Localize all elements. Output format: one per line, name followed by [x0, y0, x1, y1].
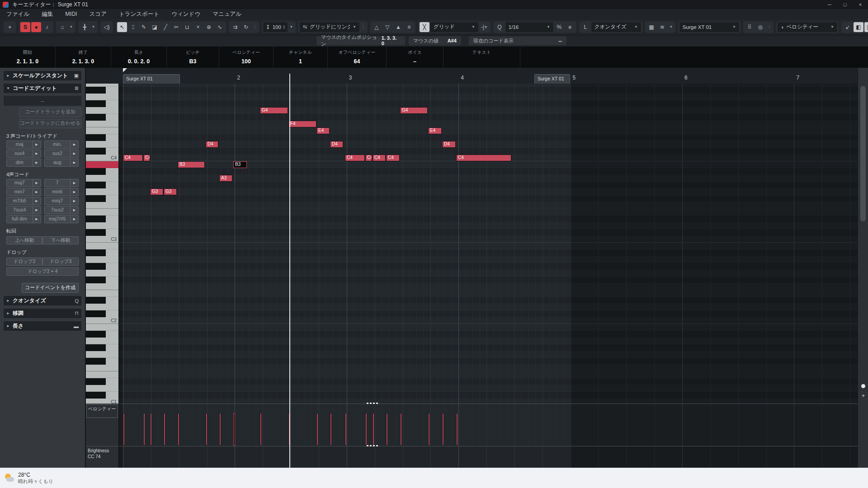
- velocity-bar[interactable]: [365, 413, 367, 446]
- midi-note[interactable]: A3: [219, 175, 232, 182]
- velocity-bar[interactable]: [316, 413, 318, 446]
- piano-key[interactable]: C1: [86, 399, 118, 404]
- midi-input-icon[interactable]: ◎: [755, 22, 765, 32]
- piano-key[interactable]: [86, 87, 118, 94]
- piano-key[interactable]: [86, 256, 118, 263]
- midi-note[interactable]: C4: [365, 155, 372, 161]
- chord-arrow-icon[interactable]: ▶: [33, 216, 41, 223]
- chord-button-minj7[interactable]: minj7▶: [44, 197, 79, 205]
- independent-loop-dropdown[interactable]: ▼: [90, 22, 96, 32]
- chord-arrow-icon[interactable]: ▶: [70, 216, 78, 223]
- cc-lane[interactable]: [119, 446, 858, 468]
- velocity-bar[interactable]: [442, 413, 444, 446]
- piano-key[interactable]: [86, 283, 118, 290]
- midi-note[interactable]: B3: [178, 161, 205, 168]
- velocity-bar[interactable]: [330, 413, 332, 446]
- piano-key[interactable]: [86, 121, 118, 127]
- piano-key[interactable]: [86, 243, 118, 249]
- piano-key[interactable]: [86, 277, 118, 283]
- menu-item-ウィンドウ[interactable]: ウィンドウ: [171, 10, 200, 18]
- piano-key[interactable]: C4: [86, 155, 118, 161]
- menu-item-トランスポート[interactable]: トランスポート: [119, 10, 159, 18]
- chord-button-7sus2[interactable]: 7sus2▶: [44, 206, 79, 214]
- piano-key[interactable]: [86, 263, 118, 270]
- inversion-button-下へ移動[interactable]: 下へ移動: [42, 236, 79, 244]
- piano-key[interactable]: [86, 310, 118, 317]
- piano-key[interactable]: [86, 351, 118, 358]
- midi-note[interactable]: D4: [330, 141, 343, 148]
- chord-arrow-icon[interactable]: ▶: [70, 206, 78, 214]
- chord-button-7[interactable]: 7▶: [44, 179, 79, 187]
- velocity-bar[interactable]: [164, 413, 165, 446]
- draw-tool-button[interactable]: ✎: [139, 22, 149, 32]
- zoom-tool-button[interactable]: ⊕: [204, 22, 214, 32]
- range-tool-button[interactable]: ⌶: [128, 22, 138, 32]
- chord-button-sus2[interactable]: sus2▶: [44, 150, 79, 158]
- create-chord-event-button[interactable]: コードイベントを作成: [22, 283, 79, 293]
- timeline-ruler[interactable]: 234567Surge XT 01Surge XT 01: [119, 68, 858, 84]
- scrollbar-thumb[interactable]: [860, 86, 866, 221]
- info-cell-オフベロシティー[interactable]: オフベロシティー64: [328, 47, 387, 68]
- nudge-settings-icon[interactable]: ≡: [404, 22, 414, 32]
- chord-arrow-icon[interactable]: ▶: [33, 206, 41, 214]
- grid-type-dropdown[interactable]: グリッド▼: [430, 22, 478, 32]
- midi-note[interactable]: D4: [206, 141, 218, 148]
- info-cell-終了[interactable]: 終了2. 1. 3. 0: [56, 47, 111, 68]
- info-cell-ピッチ[interactable]: ピッチB3: [167, 47, 219, 68]
- piano-key[interactable]: [86, 182, 118, 188]
- menu-item-マニュアル[interactable]: マニュアル: [212, 10, 241, 18]
- piano-key[interactable]: [86, 141, 118, 148]
- chord-arrow-icon[interactable]: ▶: [70, 159, 78, 166]
- quantize-mode-dropdown[interactable]: クオンタイズ▼: [591, 22, 641, 32]
- note-expression-icon[interactable]: ▦: [646, 22, 656, 32]
- piano-key[interactable]: [86, 94, 118, 100]
- piano-key[interactable]: [86, 175, 118, 182]
- menu-item-スコア[interactable]: スコア: [90, 10, 107, 18]
- open-lower-zone-icon[interactable]: ↙: [843, 22, 853, 32]
- midi-note[interactable]: G4: [260, 107, 288, 114]
- inversion-button-上へ移動[interactable]: 上へ移動: [6, 236, 42, 244]
- active-part-dropdown[interactable]: Surge XT 01▼: [679, 22, 739, 32]
- chord-arrow-icon[interactable]: ▶: [70, 150, 78, 157]
- chord-button-aug[interactable]: aug▶: [44, 159, 79, 167]
- piano-key[interactable]: [86, 188, 118, 195]
- velocity-bar[interactable]: [456, 413, 458, 446]
- piano-key[interactable]: [86, 385, 118, 392]
- piano-key[interactable]: [86, 392, 118, 399]
- piano-key[interactable]: [86, 365, 118, 371]
- velocity-bar[interactable]: [428, 413, 430, 446]
- grid-more-icon[interactable]: ⋮: [360, 22, 366, 32]
- piano-key[interactable]: [86, 338, 118, 344]
- midi-note[interactable]: C4: [123, 155, 143, 161]
- info-cell-ベロシティー[interactable]: ベロシティー100: [219, 47, 274, 68]
- piano-key[interactable]: [86, 358, 118, 365]
- midi-note[interactable]: G3: [164, 188, 177, 195]
- spin-down-icon[interactable]: ▾: [283, 27, 285, 29]
- length-quantize-dropdown[interactable]: ▼: [288, 22, 294, 32]
- step-input-icon[interactable]: ⠿: [745, 22, 755, 32]
- piano-key[interactable]: [86, 331, 118, 338]
- autoscroll-more-icon[interactable]: ⋮: [252, 22, 258, 32]
- midi-note[interactable]: C4: [456, 155, 511, 161]
- pin-editor-icon[interactable]: ⌖: [5, 22, 15, 32]
- lane-resize-handle[interactable]: [367, 403, 379, 404]
- chord-arrow-icon[interactable]: ▶: [70, 141, 78, 148]
- solo-editor-button[interactable]: S: [20, 22, 30, 32]
- minimize-button[interactable]: ─: [822, 0, 837, 9]
- piano-key[interactable]: [86, 371, 118, 378]
- piano-key[interactable]: [86, 324, 118, 331]
- midi-note[interactable]: F4: [288, 121, 316, 127]
- piano-key[interactable]: [86, 216, 118, 222]
- zoom-slider-handle[interactable]: [861, 384, 865, 388]
- midi-note[interactable]: G4: [400, 107, 428, 114]
- piano-key[interactable]: [86, 84, 118, 87]
- panel-transpose[interactable]: ►移調⊓: [4, 309, 81, 318]
- piano-key[interactable]: [86, 270, 118, 277]
- menu-item-ファイル[interactable]: ファイル: [6, 10, 29, 18]
- chord-arrow-icon[interactable]: ▶: [70, 188, 78, 196]
- drop-2-4-button[interactable]: ドロップ2 + 4: [6, 267, 79, 276]
- velocity-bar[interactable]: [150, 413, 152, 446]
- panel-quantize[interactable]: ►クオンタイズQ: [4, 296, 81, 305]
- midi-note[interactable]: C4: [143, 155, 150, 161]
- record-in-editor-button[interactable]: ●: [31, 22, 41, 32]
